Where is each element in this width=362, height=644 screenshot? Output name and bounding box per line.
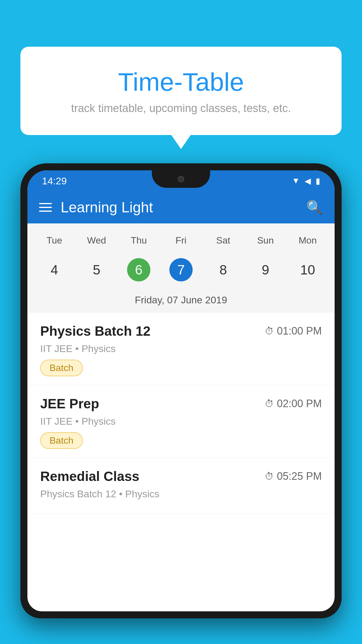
day-9[interactable]: 9 xyxy=(244,254,287,286)
day-name-tue: Tue xyxy=(33,232,75,249)
phone-notch xyxy=(152,170,210,188)
batch-badge-1: Batch xyxy=(40,360,83,376)
day-8[interactable]: 8 xyxy=(202,254,244,286)
wifi-icon: ▼ xyxy=(292,176,300,186)
class-meta-3: Physics Batch 12 • Physics xyxy=(40,488,322,500)
class-item-3[interactable]: Remedial Class ⏱ 05:25 PM Physics Batch … xyxy=(27,458,335,514)
app-bar: Learning Light 🔍 xyxy=(27,191,335,223)
battery-icon: ▮ xyxy=(316,176,320,186)
class-item-header-3: Remedial Class ⏱ 05:25 PM xyxy=(40,468,322,484)
today-circle[interactable]: 6 xyxy=(127,258,150,281)
class-item-header-1: Physics Batch 12 ⏱ 01:00 PM xyxy=(40,323,322,339)
status-time: 14:29 xyxy=(42,175,67,187)
clock-icon-2: ⏱ xyxy=(265,398,274,409)
day-numbers-row[interactable]: 4 5 6 7 8 9 10 xyxy=(27,252,335,291)
search-button[interactable]: 🔍 xyxy=(306,200,323,215)
day-names-row: Tue Wed Thu Fri Sat Sun Mon xyxy=(27,229,335,252)
day-name-fri: Fri xyxy=(160,232,202,249)
day-name-sat: Sat xyxy=(202,232,244,249)
day-7[interactable]: 7 xyxy=(160,254,202,286)
class-item-1[interactable]: Physics Batch 12 ⏱ 01:00 PM IIT JEE • Ph… xyxy=(27,313,335,385)
signal-icon: ◀ xyxy=(305,176,311,186)
phone-outer: 14:29 ▼ ◀ ▮ Learning Light 🔍 xyxy=(20,163,342,618)
day-10[interactable]: 10 xyxy=(287,254,329,286)
class-meta-2: IIT JEE • Physics xyxy=(40,416,322,427)
class-time-3: ⏱ 05:25 PM xyxy=(265,470,322,482)
class-list: Physics Batch 12 ⏱ 01:00 PM IIT JEE • Ph… xyxy=(27,313,335,514)
selected-date-label: Friday, 07 June 2019 xyxy=(27,291,335,313)
day-6[interactable]: 6 xyxy=(118,254,160,286)
phone-frame: 14:29 ▼ ◀ ▮ Learning Light 🔍 xyxy=(20,163,342,644)
phone-screen: 14:29 ▼ ◀ ▮ Learning Light 🔍 xyxy=(27,170,335,611)
day-name-wed: Wed xyxy=(75,232,118,249)
camera xyxy=(178,176,184,182)
day-name-mon: Mon xyxy=(287,232,329,249)
bubble-subtitle: track timetable, upcoming classes, tests… xyxy=(38,102,324,115)
class-time-1: ⏱ 01:00 PM xyxy=(265,325,322,337)
intro-section: Time-Table track timetable, upcoming cla… xyxy=(20,47,342,135)
speech-bubble: Time-Table track timetable, upcoming cla… xyxy=(20,47,342,135)
bubble-title: Time-Table xyxy=(38,67,324,97)
status-icons: ▼ ◀ ▮ xyxy=(292,176,320,186)
class-meta-1: IIT JEE • Physics xyxy=(40,343,322,354)
day-5[interactable]: 5 xyxy=(75,254,118,286)
app-title: Learning Light xyxy=(61,199,306,216)
calendar-section: Tue Wed Thu Fri Sat Sun Mon 4 5 6 7 8 9 … xyxy=(27,223,335,313)
class-time-2: ⏱ 02:00 PM xyxy=(265,398,322,410)
day-name-thu: Thu xyxy=(118,232,160,249)
day-4[interactable]: 4 xyxy=(33,254,75,286)
selected-circle[interactable]: 7 xyxy=(169,258,193,281)
menu-button[interactable] xyxy=(39,203,52,212)
class-name-3: Remedial Class xyxy=(40,468,139,484)
day-name-sun: Sun xyxy=(244,232,287,249)
batch-badge-2: Batch xyxy=(40,432,83,449)
class-name-1: Physics Batch 12 xyxy=(40,323,150,339)
class-item-header-2: JEE Prep ⏱ 02:00 PM xyxy=(40,396,322,412)
class-item-2[interactable]: JEE Prep ⏱ 02:00 PM IIT JEE • Physics Ba… xyxy=(27,385,335,458)
class-name-2: JEE Prep xyxy=(40,396,99,412)
clock-icon-1: ⏱ xyxy=(265,326,274,337)
clock-icon-3: ⏱ xyxy=(265,471,274,482)
